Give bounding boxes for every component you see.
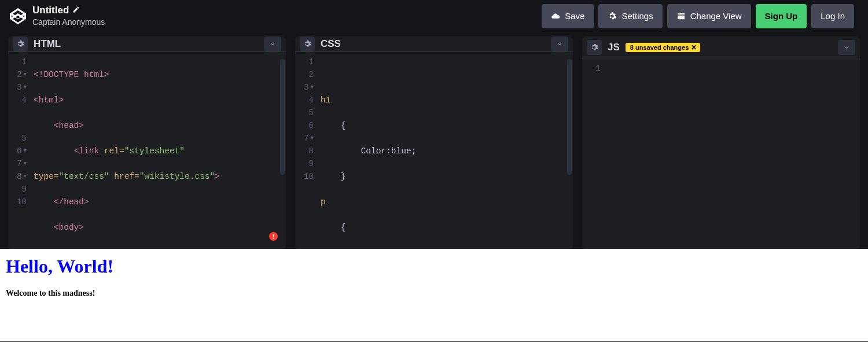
save-button[interactable]: Save (542, 4, 594, 28)
js-panel-title: JS (608, 42, 620, 53)
html-settings-icon[interactable] (13, 36, 28, 52)
html-panel-title: HTML (34, 38, 61, 50)
sign-up-label: Sign Up (765, 11, 798, 21)
css-panel-title: CSS (321, 38, 341, 50)
html-editor[interactable]: 1 2▼ 3▼ 4 5 6▼ 7▼ 8▼ 9 10 <!DOCTYPE html… (8, 52, 286, 249)
close-icon[interactable]: ✕ (691, 44, 697, 51)
log-in-button[interactable]: Log In (811, 4, 854, 28)
log-in-label: Log In (821, 11, 845, 21)
js-panel: JS 8 unsaved changes ✕ 1 (582, 36, 860, 249)
html-panel: HTML 1 2▼ 3▼ 4 5 6▼ 7▼ 8▼ 9 10 <!DOCTYPE… (8, 36, 286, 249)
css-gutter: 1 2 3▼ 4 5 6 7▼ 8 9 10 (295, 52, 318, 249)
css-scrollbar[interactable] (567, 59, 572, 175)
error-indicator-icon[interactable]: ! (269, 232, 278, 241)
change-view-button[interactable]: Change View (667, 4, 751, 28)
js-panel-header: JS 8 unsaved changes ✕ (582, 36, 860, 58)
preview-heading: Hello, World! (6, 256, 862, 277)
layout-icon (676, 12, 686, 21)
top-bar: Untitled Captain Anonymous Save Settings… (0, 0, 868, 32)
sign-up-button[interactable]: Sign Up (756, 4, 807, 28)
html-gutter: 1 2▼ 3▼ 4 5 6▼ 7▼ 8▼ 9 10 (8, 52, 31, 249)
settings-label: Settings (621, 11, 653, 21)
css-panel-dropdown[interactable] (551, 36, 568, 52)
codepen-logo[interactable] (8, 6, 28, 26)
badge-text: 8 unsaved changes (630, 44, 689, 51)
editors-row: HTML 1 2▼ 3▼ 4 5 6▼ 7▼ 8▼ 9 10 <!DOCTYPE… (0, 32, 868, 249)
top-buttons: Save Settings Change View Sign Up Log In (542, 4, 854, 28)
title-area: Untitled Captain Anonymous (32, 5, 105, 27)
gear-icon (608, 12, 617, 21)
unsaved-changes-badge[interactable]: 8 unsaved changes ✕ (626, 43, 701, 52)
js-panel-dropdown[interactable] (838, 40, 855, 55)
edit-title-icon[interactable] (72, 5, 80, 16)
preview-pane: Hello, World! Welcome to this madness! (0, 249, 868, 341)
js-gutter: 1 (582, 58, 605, 249)
html-code-text[interactable]: <!DOCTYPE html> <html> <head> <link rel=… (31, 52, 286, 249)
html-panel-dropdown[interactable] (264, 36, 281, 52)
save-label: Save (565, 11, 584, 21)
cloud-icon (551, 12, 560, 21)
pen-title[interactable]: Untitled (32, 5, 69, 16)
css-settings-icon[interactable] (300, 36, 315, 52)
js-editor[interactable]: 1 (582, 58, 860, 249)
html-panel-header: HTML (8, 36, 286, 52)
css-panel-header: CSS (295, 36, 573, 52)
js-settings-icon[interactable] (587, 40, 602, 55)
pen-author: Captain Anonymous (32, 17, 105, 27)
preview-paragraph: Welcome to this madness! (6, 289, 862, 298)
css-code-text[interactable]: h1 { Color:blue; } p { font-size:14px; f… (318, 52, 573, 249)
html-scrollbar[interactable] (280, 59, 285, 175)
css-panel: CSS 1 2 3▼ 4 5 6 7▼ 8 9 10 h1 { Color:bl… (295, 36, 573, 249)
change-view-label: Change View (690, 11, 742, 21)
js-code-text[interactable] (605, 58, 860, 249)
css-editor[interactable]: 1 2 3▼ 4 5 6 7▼ 8 9 10 h1 { Color:blue; … (295, 52, 573, 249)
settings-button[interactable]: Settings (598, 4, 662, 28)
